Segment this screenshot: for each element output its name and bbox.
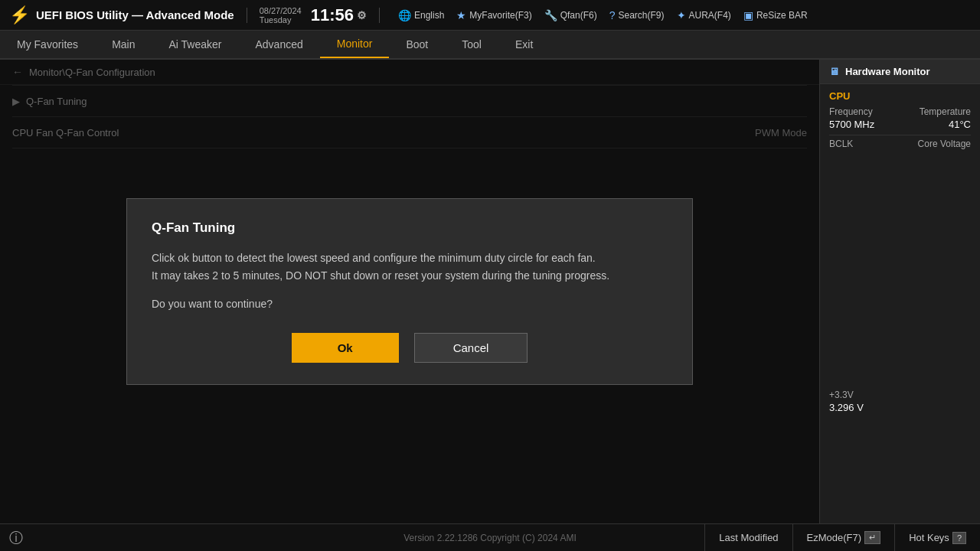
clock-time: 11:56: [311, 5, 354, 25]
clock-display: 11:56 ⚙: [311, 5, 367, 25]
hw-divider1: [829, 135, 971, 135]
last-modified-action[interactable]: Last Modified: [704, 524, 792, 551]
myfavorite-action[interactable]: ★ MyFavorite(F3): [456, 9, 531, 21]
day-text: Tuesday: [260, 15, 302, 24]
search-label: Search(F9): [619, 10, 665, 21]
resize-icon: ▣: [743, 9, 753, 21]
dialog-title: Q-Fan Tuning: [152, 220, 668, 236]
cpu-section-title: CPU: [829, 90, 971, 102]
temperature-value: 41°C: [949, 119, 971, 130]
info-icon[interactable]: ⓘ: [9, 529, 23, 547]
ok-button[interactable]: Ok: [292, 333, 399, 363]
hw-monitor-title: Hardware Monitor: [845, 66, 930, 77]
dialog-body-line1: Click ok button to detect the lowest spe…: [152, 252, 596, 264]
search-icon: ?: [609, 9, 616, 21]
ezmode-label: EzMode(F7): [807, 532, 862, 543]
voltage-section: +3.3V 3.296 V: [820, 383, 980, 416]
fan-icon: 🔧: [544, 9, 557, 21]
core-voltage-label: Core Voltage: [918, 139, 971, 149]
ezmode-icon: ↵: [864, 531, 880, 544]
date-text: 08/27/2024: [260, 6, 302, 15]
voltage-value: 3.296 V: [829, 402, 864, 413]
qfan-tuning-dialog: Q-Fan Tuning Click ok button to detect t…: [126, 198, 693, 385]
monitor-icon: 🖥: [829, 66, 839, 77]
resize-bar-action[interactable]: ▣ ReSize BAR: [743, 9, 808, 21]
asus-logo-icon: ⚡: [9, 5, 30, 25]
dialog-question: Do you want to continue?: [152, 298, 668, 310]
nav-tool[interactable]: Tool: [445, 31, 498, 58]
cancel-button[interactable]: Cancel: [414, 333, 528, 363]
dialog-buttons: Ok Cancel: [152, 333, 668, 363]
hot-keys-icon: ?: [952, 532, 966, 544]
datetime-area: 08/27/2024 Tuesday: [260, 6, 302, 24]
bottom-bar: ⓘ Version 2.22.1286 Copyright (C) 2024 A…: [0, 523, 980, 551]
dialog-body: Click ok button to detect the lowest spe…: [152, 249, 668, 284]
star-icon: ★: [456, 9, 466, 21]
nav-boot[interactable]: Boot: [389, 31, 445, 58]
aura-label: AURA(F4): [689, 10, 731, 21]
logo-area: ⚡ UEFI BIOS Utility — Advanced Mode: [9, 5, 234, 25]
frequency-value: 5700 MHz: [829, 119, 874, 130]
myfavorite-label: MyFavorite(F3): [469, 10, 531, 21]
qfan-label: Qfan(F6): [560, 10, 597, 21]
nav-advanced[interactable]: Advanced: [238, 31, 319, 58]
aura-action[interactable]: ✦ AURA(F4): [677, 9, 731, 21]
gear-icon[interactable]: ⚙: [357, 9, 367, 21]
qfan-action[interactable]: 🔧 Qfan(F6): [544, 9, 597, 21]
search-action[interactable]: ? Search(F9): [609, 9, 665, 21]
frequency-label: Frequency: [829, 106, 873, 117]
nav-bar: My Favorites Main Ai Tweaker Advanced Mo…: [0, 31, 980, 60]
cpu-section: CPU Frequency Temperature 5700 MHz 41°C …: [820, 84, 980, 154]
hw-spacer: [820, 154, 980, 383]
dialog-body-line2: It may takes 2 to 5 minutes, DO NOT shut…: [152, 269, 609, 282]
hot-keys-label: Hot Keys: [909, 532, 949, 543]
nav-ai-tweaker[interactable]: Ai Tweaker: [152, 31, 238, 58]
main-area: ← Monitor\Q-Fan Configuration ▶ Q-Fan Tu…: [0, 60, 980, 523]
globe-icon: 🌐: [398, 9, 411, 21]
top-bar: ⚡ UEFI BIOS Utility — Advanced Mode 08/2…: [0, 0, 980, 31]
hw-monitor-header: 🖥 Hardware Monitor: [820, 60, 980, 84]
divider: [247, 8, 247, 23]
top-actions: 🌐 English ★ MyFavorite(F3) 🔧 Qfan(F6) ? …: [398, 9, 808, 21]
ezmode-action[interactable]: EzMode(F7) ↵: [792, 524, 895, 551]
divider2: [379, 8, 380, 23]
aura-icon: ✦: [677, 9, 686, 21]
left-panel: ← Monitor\Q-Fan Configuration ▶ Q-Fan Tu…: [0, 60, 819, 523]
bclk-label: BCLK: [829, 139, 853, 149]
resize-label: ReSize BAR: [756, 10, 808, 21]
last-modified-label: Last Modified: [719, 532, 778, 543]
nav-monitor[interactable]: Monitor: [320, 31, 390, 58]
hot-keys-action[interactable]: Hot Keys ?: [894, 524, 980, 551]
voltage-label: +3.3V: [829, 390, 854, 400]
dialog-overlay: Q-Fan Tuning Click ok button to detect t…: [0, 60, 819, 523]
bottom-actions: Last Modified EzMode(F7) ↵ Hot Keys ?: [704, 524, 980, 551]
english-label: English: [414, 10, 444, 21]
nav-exit[interactable]: Exit: [498, 31, 550, 58]
app-title: UEFI BIOS Utility — Advanced Mode: [36, 8, 234, 21]
nav-main[interactable]: Main: [95, 31, 152, 58]
english-action[interactable]: 🌐 English: [398, 9, 444, 21]
temperature-label: Temperature: [920, 106, 971, 117]
nav-my-favorites[interactable]: My Favorites: [0, 31, 95, 58]
hardware-monitor-panel: 🖥 Hardware Monitor CPU Frequency Tempera…: [819, 60, 980, 523]
